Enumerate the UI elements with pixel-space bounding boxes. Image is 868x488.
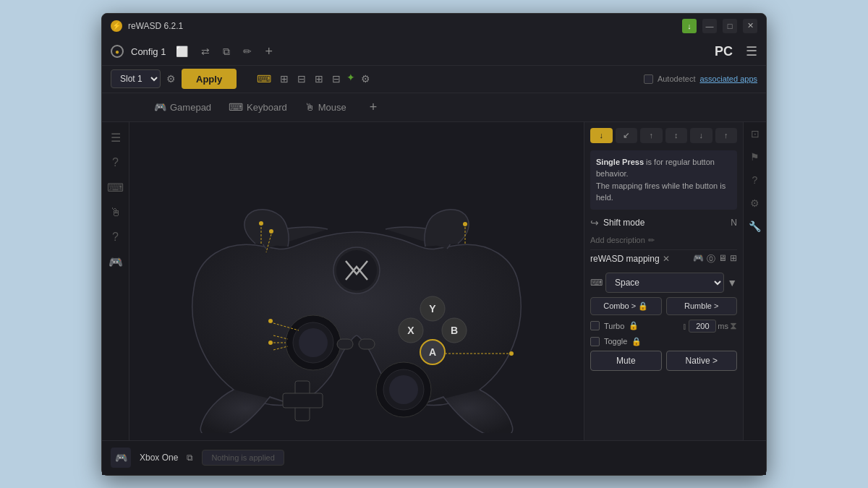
sidebar-icon-1[interactable]: ☰: [111, 131, 121, 145]
edge-icon-1[interactable]: ⊡: [751, 128, 760, 140]
pc-label: PC: [715, 44, 733, 59]
svg-point-27: [268, 319, 273, 323]
autodetect-section: Autodetect associated apps: [644, 74, 757, 84]
turbo-bars-icon: ⫾: [682, 320, 687, 332]
press-tab-2[interactable]: ↙: [616, 128, 638, 143]
copy-icon[interactable]: ⧉: [220, 44, 233, 59]
press-tab-4[interactable]: ↕: [665, 128, 688, 143]
svg-text:A: A: [429, 346, 436, 358]
svg-point-23: [269, 229, 273, 234]
svg-point-9: [389, 375, 418, 404]
svg-point-31: [509, 351, 514, 356]
add-config-button[interactable]: +: [265, 44, 273, 59]
tb-icon-2[interactable]: ⊟: [294, 72, 309, 86]
gamepad-tab-label: Gamepad: [170, 102, 211, 113]
right-panel: ↓ ↙ ↑ ↕ ↓ ↑ Single Press is for regular …: [584, 122, 743, 440]
svg-text:X: X: [407, 325, 414, 336]
apply-button[interactable]: Apply: [182, 69, 237, 89]
mapping-icon-4[interactable]: ⊞: [730, 253, 737, 265]
title-bar: ⚡ reWASD 6.2.1 ↓ — □ ✕: [102, 14, 766, 38]
slot-gear-icon[interactable]: ⚙: [166, 73, 176, 85]
gamepad-tab-icon: 🎮: [154, 101, 166, 113]
tab-mouse[interactable]: 🖱 Mouse: [305, 98, 346, 116]
share-icon[interactable]: ⇄: [198, 44, 213, 59]
svg-point-25: [268, 341, 273, 345]
add-desc-label: Add description: [590, 236, 645, 244]
download-button[interactable]: ↓: [682, 19, 697, 33]
press-tab-6[interactable]: ↑: [715, 128, 738, 143]
toolbar: Slot 1 ⚙ Apply ⌨ ⊞ ⊟ ⊞ ⊟ ✦ ⚙ Autodetect …: [102, 66, 766, 93]
nothing-applied-label: Nothing is applied: [202, 450, 284, 466]
shift-n-label: N: [731, 218, 737, 228]
hamburger-menu[interactable]: ☰: [746, 43, 757, 59]
add-description-row[interactable]: Add description ✏: [590, 236, 737, 245]
svg-rect-10: [337, 339, 353, 349]
edge-icon-3[interactable]: ?: [752, 174, 758, 186]
toggle-lock-icon: 🔒: [631, 337, 642, 346]
combo-button[interactable]: Combo > 🔒: [590, 297, 662, 315]
rumble-label: Rumble >: [684, 301, 718, 310]
main-window: ⚡ reWASD 6.2.1 ↓ — □ ✕ ● Config 1 ⬜ ⇄ ⧉ …: [101, 13, 767, 476]
mapping-icon-3[interactable]: 🖥: [718, 253, 727, 265]
associated-apps-link[interactable]: associated apps: [700, 74, 758, 83]
tab-keyboard[interactable]: ⌨ Keyboard: [229, 98, 287, 116]
sidebar-icon-help[interactable]: ?: [112, 156, 119, 169]
svg-text:B: B: [451, 325, 458, 336]
turbo-stepper-icon: ⧗: [730, 320, 737, 332]
mapping-icon-2[interactable]: ⓪: [707, 253, 715, 265]
action-buttons-row: Combo > 🔒 Rumble >: [590, 297, 737, 315]
xbox-icon[interactable]: ✦: [346, 72, 355, 86]
slot-select[interactable]: Slot 1: [111, 69, 161, 88]
key-select-row: ⌨ Space ▼: [590, 273, 737, 293]
sub-toolbar: 🎮 Gamepad ⌨ Keyboard 🖱 Mouse +: [102, 93, 766, 122]
key-select[interactable]: Space: [605, 273, 724, 293]
minimize-button[interactable]: —: [702, 19, 717, 33]
copy-device-icon[interactable]: ⧉: [187, 453, 193, 463]
press-tab-3[interactable]: ↑: [640, 128, 663, 143]
mute-button[interactable]: Mute: [590, 351, 662, 371]
tb-icon-4[interactable]: ⊟: [329, 72, 344, 86]
config-name: Config 1: [131, 46, 166, 57]
edge-icon-2[interactable]: ⚑: [750, 151, 760, 163]
edge-icon-5[interactable]: 🔧: [749, 221, 761, 232]
sidebar-icon-keyboard2[interactable]: ⌨: [107, 181, 124, 194]
turbo-checkbox[interactable]: [590, 321, 600, 330]
press-tab-5[interactable]: ↓: [690, 128, 712, 143]
keyboard-tab-icon: ⌨: [229, 101, 243, 113]
maximize-button[interactable]: □: [723, 19, 737, 33]
key-icon: ⌨: [590, 278, 603, 288]
edit-icon[interactable]: ✏: [240, 44, 255, 59]
keyboard-tb-icon[interactable]: ⌨: [254, 72, 274, 86]
native-button[interactable]: Native >: [666, 351, 738, 371]
close-button[interactable]: ✕: [743, 19, 757, 33]
edge-icon-4[interactable]: ⚙: [750, 197, 760, 209]
sidebar-icon-mouse[interactable]: 🖱: [110, 206, 122, 219]
toggle-label: Toggle: [604, 337, 627, 346]
tb-icon-1[interactable]: ⊞: [277, 72, 292, 86]
mouse-tab-icon: 🖱: [305, 101, 315, 113]
shift-mode-row: ↪ Shift mode N: [590, 214, 737, 231]
native-label: Native >: [686, 356, 718, 366]
turbo-ms-input[interactable]: [689, 320, 716, 333]
turbo-row: Turbo 🔒 ⫾ ms ⧗: [590, 320, 737, 333]
sidebar-icon-help2[interactable]: ?: [112, 231, 119, 244]
settings-tb-icon[interactable]: ⚙: [358, 72, 373, 86]
rumble-button[interactable]: Rumble >: [666, 297, 738, 315]
svg-rect-11: [359, 339, 375, 349]
autodetect-checkbox[interactable]: [644, 74, 653, 84]
right-edge: ⊡ ⚑ ? ⚙ 🔧: [743, 122, 766, 440]
tb-icon-3[interactable]: ⊞: [312, 72, 326, 86]
svg-rect-3: [283, 393, 323, 408]
sidebar-icon-gamepad[interactable]: 🎮: [109, 255, 123, 269]
app-icon: ⚡: [111, 20, 122, 32]
toggle-checkbox[interactable]: [590, 337, 600, 346]
save-icon[interactable]: ⬜: [173, 44, 191, 59]
mapping-icon-1[interactable]: 🎮: [693, 253, 704, 265]
add-tab-button[interactable]: +: [370, 100, 378, 115]
shift-mode-label: Shift mode: [603, 218, 726, 228]
press-tab-single[interactable]: ↓: [590, 128, 613, 143]
tab-gamepad[interactable]: 🎮 Gamepad: [154, 98, 211, 116]
device-name: Xbox One: [140, 453, 178, 463]
mapping-close-icon[interactable]: ✕: [663, 254, 670, 264]
svg-point-6: [299, 328, 328, 357]
